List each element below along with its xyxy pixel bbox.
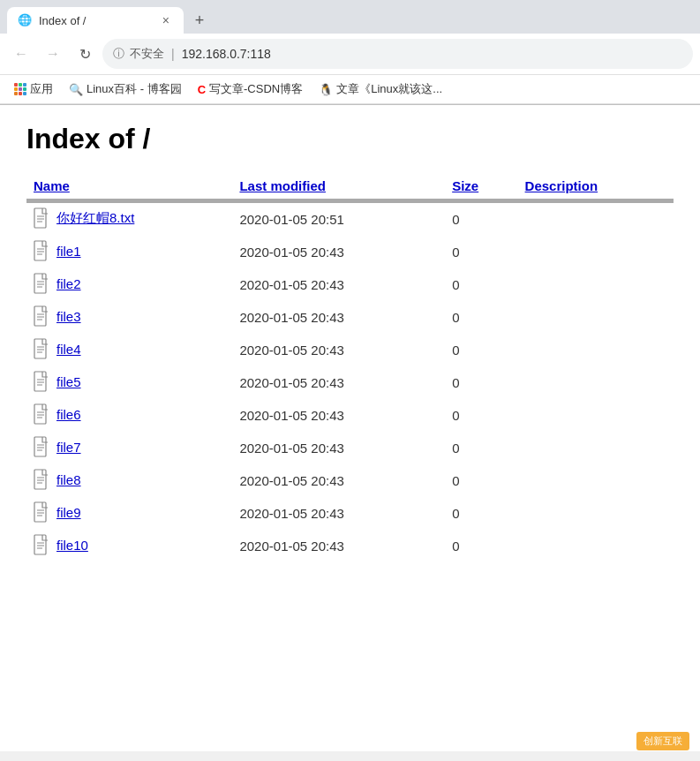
file-date: 2020-01-05 20:43 [232,432,445,464]
page-wrapper: Index of / Name Last modified Size Descr… [0,105,700,751]
file-link[interactable]: file5 [56,374,81,389]
file-link[interactable]: file4 [56,342,81,357]
watermark: 创新互联 [636,732,689,750]
info-icon: ⓘ [113,46,124,62]
file-link[interactable]: file3 [56,309,81,324]
file-description [518,366,674,399]
table-header-row: Name Last modified Size Description [26,173,674,200]
address-bar[interactable]: ⓘ 不安全 | 192.168.0.7:118 [102,39,693,69]
file-icon [34,240,51,261]
col-header-name[interactable]: Name [26,173,232,200]
svg-rect-8 [34,274,46,293]
svg-rect-24 [34,404,46,424]
file-description [518,301,674,334]
file-table: Name Last modified Size Description [26,173,674,562]
svg-rect-28 [34,437,46,456]
bookmark-linux-baike[interactable]: 🔍 Linux百科 - 博客园 [62,79,189,100]
file-icon [34,371,51,392]
table-row: file1 2020-01-05 20:430 [26,236,674,268]
watermark-label: 创新互联 [644,735,682,746]
svg-rect-20 [34,372,46,391]
file-size: 0 [445,497,517,530]
file-link[interactable]: file1 [56,244,81,259]
file-size: 0 [445,399,517,432]
file-date: 2020-01-05 20:43 [232,530,445,562]
file-link[interactable]: file7 [56,440,81,455]
col-header-description[interactable]: Description [518,173,674,200]
bookmark-csdn-icon: C [198,83,206,96]
file-description [518,530,674,562]
col-header-size[interactable]: Size [445,173,517,200]
file-size: 0 [445,301,517,334]
bookmark-linux-baike-label: Linux百科 - 博客园 [87,81,182,97]
file-description [518,399,674,432]
file-link[interactable]: file6 [56,407,81,422]
active-tab[interactable]: 🌐 Index of / × [7,7,184,34]
apps-grid-icon [14,83,26,95]
back-icon: ← [14,46,28,62]
file-description [518,464,674,497]
nav-bar: ← → ↻ ⓘ 不安全 | 192.168.0.7:118 [0,34,700,75]
file-size: 0 [445,464,517,497]
svg-rect-4 [34,241,46,260]
table-row: file2 2020-01-05 20:430 [26,268,674,301]
file-link[interactable]: file8 [56,472,81,487]
bookmark-apps-label: 应用 [30,81,53,97]
tab-title: Index of / [39,14,152,27]
page-content: Index of / Name Last modified Size Descr… [0,105,700,652]
file-date: 2020-01-05 20:43 [232,464,445,497]
file-icon [34,338,51,359]
bookmark-csdn-label: 写文章-CSDN博客 [209,81,303,97]
file-link[interactable]: 你好红帽8.txt [56,210,134,227]
browser-chrome: 🌐 Index of / × + ← → ↻ ⓘ 不安全 | 192.168.0… [0,0,700,105]
tab-favicon-icon: 🌐 [18,13,32,27]
close-tab-button[interactable]: × [159,12,173,28]
table-row: file5 2020-01-05 20:430 [26,366,674,399]
bookmark-apps[interactable]: 应用 [7,79,60,100]
table-row: file6 2020-01-05 20:430 [26,399,674,432]
file-date: 2020-01-05 20:43 [232,497,445,530]
address-url: 192.168.0.7:118 [182,47,271,61]
forward-button[interactable]: → [39,40,67,68]
file-description [518,334,674,366]
back-button[interactable]: ← [7,40,35,68]
file-size: 0 [445,334,517,366]
refresh-icon: ↻ [79,46,91,63]
col-header-modified[interactable]: Last modified [232,173,445,200]
table-row: file7 2020-01-05 20:430 [26,432,674,464]
address-separator: | [171,47,175,61]
file-date: 2020-01-05 20:43 [232,399,445,432]
file-link[interactable]: file9 [56,505,81,520]
file-date: 2020-01-05 20:43 [232,366,445,399]
svg-rect-36 [34,502,46,522]
svg-rect-40 [34,535,46,554]
file-size: 0 [445,530,517,562]
table-row: file3 2020-01-05 20:430 [26,301,674,334]
page-title: Index of / [26,123,674,155]
file-description [518,236,674,268]
bookmark-linux-book-icon: 🐧 [319,83,333,96]
file-link[interactable]: file2 [56,276,81,291]
svg-rect-12 [34,306,46,326]
file-size: 0 [445,202,517,236]
new-tab-button[interactable]: + [187,8,212,33]
file-date: 2020-01-05 20:43 [232,301,445,334]
file-icon [34,501,51,523]
bookmark-person-icon: 🔍 [69,83,83,96]
table-row: file9 2020-01-05 20:430 [26,497,674,530]
bookmarks-bar: 应用 🔍 Linux百科 - 博客园 C 写文章-CSDN博客 🐧 文章《Lin… [0,75,700,104]
tab-bar: 🌐 Index of / × + [0,0,700,34]
bookmark-linux-book-label: 文章《Linux就该这... [336,81,442,97]
forward-icon: → [46,46,60,62]
refresh-button[interactable]: ↻ [71,40,99,68]
file-link[interactable]: file10 [56,538,88,553]
svg-rect-0 [34,208,46,228]
bookmark-csdn[interactable]: C 写文章-CSDN博客 [191,79,311,100]
file-icon [34,403,51,425]
file-icon [34,534,51,555]
file-size: 0 [445,432,517,464]
table-row: file8 2020-01-05 20:430 [26,464,674,497]
file-icon [34,436,51,457]
bookmark-linux-book[interactable]: 🐧 文章《Linux就该这... [312,79,449,100]
file-size: 0 [445,366,517,399]
